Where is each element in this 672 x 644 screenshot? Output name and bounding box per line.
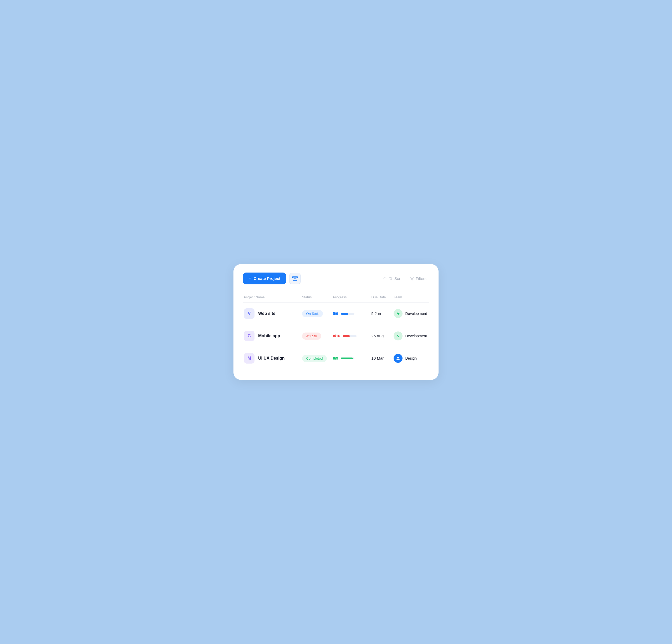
team-name: Design (405, 356, 417, 360)
projects-table: Project Name Status Progress Due Date Te… (243, 292, 429, 370)
status-badge: Completed (302, 355, 327, 362)
project-avatar: V (244, 308, 254, 319)
progress-fraction: 8/9 (333, 356, 338, 360)
create-project-button[interactable]: + Create Project (243, 272, 286, 284)
team-cell: Design (392, 347, 429, 370)
progress-fraction: 5/9 (333, 312, 338, 316)
project-name-cell: M UI UX Design (243, 347, 300, 370)
table-header-row: Project Name Status Progress Due Date Te… (243, 292, 429, 303)
col-team: Team (392, 292, 429, 303)
table-row[interactable]: M UI UX Design Completed 8/9 10 Mar (243, 347, 429, 370)
progress-cell: 8/16 (331, 325, 369, 347)
status-cell: On Tack (300, 303, 331, 325)
status-cell: Completed (300, 347, 331, 370)
due-date-cell: 10 Mar (369, 347, 392, 370)
progress-bar-track (341, 358, 355, 359)
main-card: + Create Project Sort (233, 264, 439, 380)
team-name: Development (405, 334, 427, 338)
filter-icon (410, 277, 414, 281)
project-avatar: M (244, 353, 254, 364)
due-date: 5 Jun (372, 311, 381, 316)
project-avatar: C (244, 331, 254, 341)
team-cell: Development (392, 325, 429, 347)
sort-button[interactable]: Sort (380, 274, 404, 282)
due-date: 10 Mar (372, 356, 384, 360)
filters-label: Filters (416, 276, 427, 281)
col-due-date: Due Date (369, 292, 392, 303)
sort-arrows-icon (388, 277, 393, 281)
col-status: Status (300, 292, 331, 303)
team-cell: Development (392, 303, 429, 325)
status-badge: On Tack (302, 310, 323, 317)
project-name: Mobile app (258, 333, 280, 338)
progress-bar-fill (341, 358, 353, 359)
table-row[interactable]: C Mobile app At Risk 8/16 26 Aug (243, 325, 429, 347)
team-icon (394, 354, 403, 363)
sort-icon (383, 277, 387, 281)
project-name: Web site (258, 311, 276, 316)
progress-bar-track (341, 313, 355, 315)
progress-bar-track (343, 335, 357, 337)
project-name-cell: V Web site (243, 303, 300, 325)
archive-icon (292, 276, 298, 281)
progress-cell: 8/9 (331, 347, 369, 370)
col-project-name: Project Name (243, 292, 300, 303)
progress-bar-fill (341, 313, 348, 315)
sort-label: Sort (394, 276, 402, 281)
toolbar: + Create Project Sort (243, 272, 429, 284)
team-name: Development (405, 312, 427, 316)
archive-button[interactable] (289, 273, 301, 284)
filters-button[interactable]: Filters (407, 274, 429, 282)
status-cell: At Risk (300, 325, 331, 347)
svg-marker-4 (410, 277, 413, 280)
team-icon (394, 331, 403, 340)
progress-fraction: 8/16 (333, 334, 340, 338)
svg-point-7 (397, 357, 399, 358)
status-badge: At Risk (302, 332, 321, 340)
progress-cell: 5/9 (331, 303, 369, 325)
create-project-label: Create Project (254, 276, 280, 281)
project-name: UI UX Design (258, 356, 285, 361)
table-row[interactable]: V Web site On Tack 5/9 5 Jun (243, 303, 429, 325)
project-name-cell: C Mobile app (243, 325, 300, 347)
col-progress: Progress (331, 292, 369, 303)
team-icon (394, 309, 403, 318)
due-date: 26 Aug (372, 333, 384, 338)
progress-bar-fill (343, 335, 350, 337)
due-date-cell: 5 Jun (369, 303, 392, 325)
due-date-cell: 26 Aug (369, 325, 392, 347)
svg-rect-0 (292, 277, 297, 278)
plus-icon: + (249, 276, 252, 281)
